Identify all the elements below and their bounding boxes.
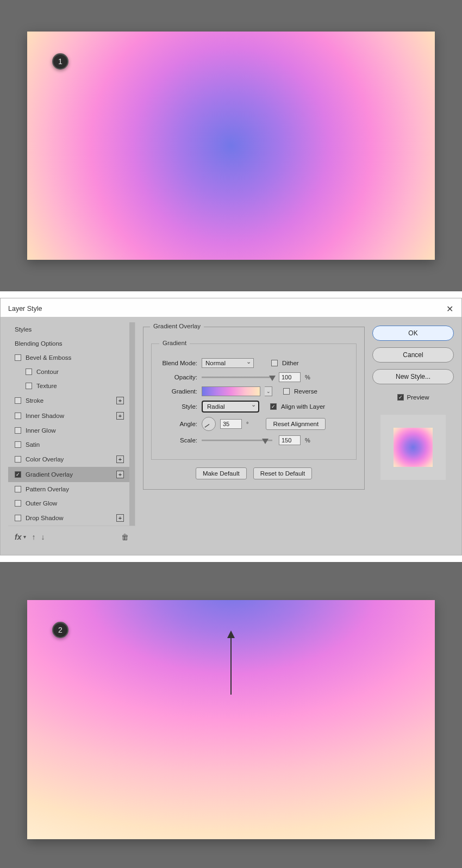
step-badge-1: 1 (52, 53, 68, 70)
opacity-slider[interactable] (202, 377, 272, 378)
preview-swatch (394, 428, 433, 467)
effect-checkbox[interactable] (15, 486, 21, 492)
effect-checkbox[interactable] (26, 369, 32, 375)
step-badge-2: 2 (52, 622, 68, 638)
degree-symbol: ° (246, 421, 248, 427)
scale-label: Scale: (159, 437, 197, 444)
reset-alignment-button[interactable]: Reset Alignment (266, 418, 326, 430)
dialog-right-column: OK Cancel New Style... Preview (372, 322, 454, 547)
effect-label: Color Overlay (26, 456, 116, 463)
effect-label: Drop Shadow (26, 515, 116, 521)
svg-marker-1 (227, 630, 235, 638)
effect-row-inner-shadow[interactable]: Inner Shadow+ (8, 408, 135, 423)
effect-row-stroke[interactable]: Stroke+ (8, 393, 135, 408)
opacity-label: Opacity: (159, 374, 197, 380)
effect-row-inner-glow[interactable]: Inner Glow (8, 423, 135, 438)
canvas-frame-2: 2 (0, 562, 462, 868)
effect-row-blending-options[interactable]: Blending Options (8, 336, 135, 351)
gradient-canvas-2: 2 (27, 600, 435, 839)
effect-row-bevel-emboss[interactable]: Bevel & Emboss (8, 351, 135, 365)
close-icon[interactable]: ✕ (445, 304, 454, 313)
align-label: Align with Layer (281, 403, 325, 410)
style-label: Style: (159, 403, 197, 410)
arrow-up-icon (226, 630, 236, 696)
effect-row-texture[interactable]: Texture (8, 379, 135, 393)
reverse-label: Reverse (294, 388, 317, 395)
gradient-dropdown-icon[interactable]: ⌄ (265, 386, 272, 396)
effect-row-pattern-overlay[interactable]: Pattern Overlay (8, 482, 135, 496)
effect-checkbox[interactable] (15, 397, 21, 404)
arrow-up-icon[interactable]: ↑ (32, 533, 35, 541)
effect-row-drop-shadow[interactable]: Drop Shadow+ (8, 510, 135, 526)
add-effect-icon[interactable]: + (116, 412, 124, 420)
effect-label: Stroke (26, 397, 116, 404)
effect-row-gradient-overlay[interactable]: Gradient Overlay+ (8, 467, 135, 482)
effects-sidebar: StylesBlending OptionsBevel & EmbossCont… (8, 322, 135, 547)
reset-default-button[interactable]: Reset to Default (253, 467, 312, 479)
dither-label: Dither (282, 360, 299, 366)
effect-checkbox[interactable] (15, 441, 21, 448)
effect-row-outer-glow[interactable]: Outer Glow (8, 496, 135, 510)
trash-icon[interactable]: 🗑 (121, 533, 129, 541)
effect-checkbox[interactable] (15, 456, 21, 463)
preview-checkbox[interactable] (397, 394, 404, 401)
effect-checkbox[interactable] (15, 354, 21, 361)
scale-slider[interactable] (202, 440, 272, 441)
add-effect-icon[interactable]: + (116, 455, 124, 463)
effect-label: Texture (36, 383, 129, 389)
effect-label: Satin (26, 441, 129, 448)
sidebar-footer: fx ▾ ↑ ↓ 🗑 (8, 526, 135, 547)
canvas-frame-1: 1 (0, 0, 462, 291)
blend-mode-select[interactable]: Normal (202, 358, 254, 368)
gradient-label: Gradient: (159, 388, 197, 395)
effect-label: Gradient Overlay (26, 471, 116, 478)
effect-row-contour[interactable]: Contour (8, 365, 135, 379)
fx-icon[interactable]: fx (15, 533, 21, 541)
effect-label: Inner Glow (26, 427, 129, 434)
effect-checkbox[interactable] (26, 383, 32, 389)
effect-checkbox[interactable] (15, 427, 21, 434)
layer-style-dialog: Layer Style ✕ StylesBlending OptionsBeve… (0, 298, 462, 555)
make-default-button[interactable]: Make Default (196, 467, 247, 479)
arrow-down-icon[interactable]: ↓ (41, 533, 45, 541)
effect-label: Contour (36, 369, 129, 375)
effect-row-styles[interactable]: Styles (8, 322, 135, 336)
effect-label: Styles (15, 326, 129, 333)
scale-input[interactable]: 150 (279, 435, 301, 445)
effect-label: Pattern Overlay (26, 486, 129, 492)
effect-checkbox[interactable] (15, 500, 21, 507)
effect-checkbox[interactable] (15, 413, 21, 419)
opacity-pct: % (305, 374, 310, 380)
effect-label: Outer Glow (26, 500, 129, 507)
opacity-input[interactable]: 100 (279, 372, 301, 382)
add-effect-icon[interactable]: + (116, 471, 124, 478)
effect-checkbox[interactable] (15, 471, 21, 478)
new-style-button[interactable]: New Style... (372, 369, 454, 384)
gradient-canvas-1: 1 (27, 32, 435, 260)
dither-checkbox[interactable] (271, 360, 278, 366)
blend-mode-label: Blend Mode: (159, 360, 197, 366)
align-checkbox[interactable] (270, 403, 277, 410)
angle-label: Angle: (159, 421, 197, 427)
gradient-preview[interactable] (202, 386, 260, 396)
add-effect-icon[interactable]: + (116, 514, 124, 522)
effect-checkbox[interactable] (15, 515, 21, 521)
cancel-button[interactable]: Cancel (372, 347, 454, 363)
style-select[interactable]: Radial (202, 401, 259, 413)
settings-panel: Gradient Overlay Gradient Blend Mode: No… (143, 322, 365, 547)
effect-label: Blending Options (15, 340, 129, 347)
angle-dial[interactable] (202, 417, 216, 431)
preview-label: Preview (407, 394, 429, 401)
effects-list[interactable]: StylesBlending OptionsBevel & EmbossCont… (8, 322, 135, 526)
effect-label: Bevel & Emboss (26, 354, 129, 361)
effect-label: Inner Shadow (26, 413, 116, 419)
dialog-titlebar: Layer Style ✕ (1, 298, 461, 317)
effect-row-satin[interactable]: Satin (8, 438, 135, 452)
dialog-title: Layer Style (8, 305, 42, 313)
angle-input[interactable]: 35 (220, 419, 242, 429)
ok-button[interactable]: OK (372, 326, 454, 341)
add-effect-icon[interactable]: + (116, 397, 124, 404)
reverse-checkbox[interactable] (283, 388, 290, 395)
sub-section-title: Gradient (159, 340, 190, 346)
effect-row-color-overlay[interactable]: Color Overlay+ (8, 452, 135, 467)
